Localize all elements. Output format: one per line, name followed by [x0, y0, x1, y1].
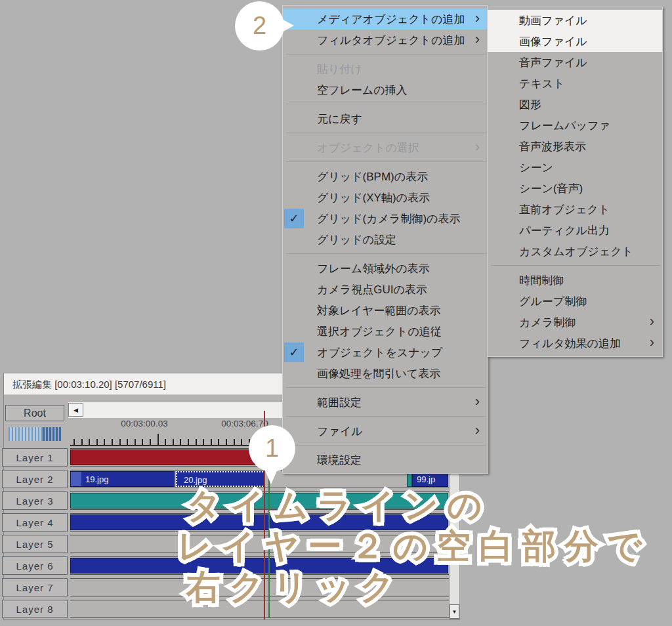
context-menu-item-4[interactable]: 空フレームの挿入: [283, 79, 488, 100]
ruler-tick: [196, 439, 197, 445]
ruler-tick: [74, 439, 75, 445]
context-menu-item-10[interactable]: グリッド(BPM)の表示: [283, 166, 488, 187]
ruler-tick: [119, 439, 121, 445]
submenu-item-14[interactable]: グループ制御: [488, 291, 662, 312]
submenu-item-label: フレームバッファ: [519, 118, 610, 133]
submenu-item-label: 図形: [519, 97, 541, 112]
ruler-tick: [241, 439, 242, 445]
context-menu-item-19[interactable]: ✓オブジェクトをスナップ: [283, 342, 488, 363]
layer-button-5[interactable]: Layer 5: [2, 535, 68, 553]
layer-button-4[interactable]: Layer 4: [2, 513, 68, 532]
ruler-tick: [188, 439, 189, 445]
context-menu-item-26[interactable]: 環境設定: [283, 449, 488, 470]
layer-button-6[interactable]: Layer 6: [2, 556, 68, 575]
context-menu-item-8: オブジェクトの選択›: [283, 137, 488, 158]
submenu-separator: [488, 262, 662, 270]
submenu-item-5[interactable]: フレームバッファ: [488, 115, 662, 136]
ruler-tick: [203, 439, 204, 445]
context-menu-item-label: 元に戻す: [317, 112, 362, 127]
left-arrow-icon: ◀: [74, 407, 78, 413]
submenu-item-15[interactable]: カメラ制御›: [488, 312, 662, 333]
submenu-item-label: 音声ファイル: [519, 55, 587, 70]
layer-button-8[interactable]: Layer 8: [2, 600, 68, 618]
submenu-item-label: 動画ファイル: [519, 13, 587, 28]
submenu-item-7[interactable]: シーン: [488, 157, 662, 178]
submenu-item-8[interactable]: シーン(音声): [488, 178, 662, 199]
submenu-arrow-icon: ›: [475, 11, 480, 26]
submenu-item-label: 画像ファイル: [519, 34, 587, 49]
checkmark-icon: ✓: [284, 343, 304, 362]
submenu-item-label: パーティクル出力: [519, 223, 610, 238]
context-menu-item-24[interactable]: ファイル›: [283, 421, 488, 442]
context-menu-item-22[interactable]: 範囲設定›: [283, 392, 488, 413]
submenu-item-13[interactable]: 時間制御: [488, 270, 662, 291]
context-menu-item-label: 貼り付け: [317, 62, 362, 77]
context-menu-item-label: フレーム領域外の表示: [317, 261, 430, 276]
timecode-label: 00:03:00.03: [92, 419, 197, 429]
context-menu-item-label: カメラ視点GUIの表示: [317, 282, 427, 297]
scroll-down-button[interactable]: ▼: [450, 604, 459, 619]
context-menu-item-label: オブジェクトをスナップ: [317, 345, 442, 360]
submenu-item-6[interactable]: 音声波形表示: [488, 136, 662, 157]
ruler-tick: [96, 439, 98, 445]
context-menu-item-label: オブジェクトの選択: [317, 140, 419, 156]
context-menu-item-3: 貼り付け: [283, 58, 488, 79]
layer-button-7[interactable]: Layer 7: [2, 578, 68, 596]
submenu-item-label: シーン: [519, 160, 553, 175]
audio-level-stripes: [9, 427, 61, 441]
ruler-tick: [135, 439, 136, 445]
submenu-item-label: カメラ制御: [519, 315, 576, 330]
submenu-item-3[interactable]: テキスト: [488, 73, 662, 94]
ruler-tick: [127, 439, 128, 445]
context-menu-item-1[interactable]: フィルタオブジェクトの追加›: [283, 30, 488, 51]
submenu-item-2[interactable]: 音声ファイル: [488, 52, 662, 73]
context-menu-item-13[interactable]: グリッドの設定: [283, 229, 488, 250]
submenu-item-label: 時間制御: [519, 273, 564, 288]
submenu-item-1[interactable]: 画像ファイル: [488, 31, 662, 52]
context-menu-item-0[interactable]: メディアオブジェクトの追加›: [283, 9, 488, 30]
ruler-tick: [104, 439, 105, 445]
context-menu-item-label: 画像処理を間引いて表示: [317, 366, 440, 381]
context-menu-item-15[interactable]: フレーム領域外の表示: [283, 258, 488, 279]
context-menu-item-6[interactable]: 元に戻す: [283, 108, 488, 129]
context-menu-item-17[interactable]: 対象レイヤー範囲の表示: [283, 300, 488, 321]
submenu-arrow-icon: ›: [475, 423, 480, 438]
submenu-arrow-icon: ›: [475, 32, 480, 47]
layer-button-1[interactable]: Layer 1: [2, 448, 68, 467]
context-menu-separator: [283, 100, 488, 108]
submenu-arrow-icon: ›: [650, 335, 654, 350]
step-1-pointer: [264, 468, 278, 484]
ruler-tick: [158, 434, 159, 445]
submenu-item-0[interactable]: 動画ファイル: [488, 10, 662, 31]
context-menu-separator: [283, 384, 488, 392]
tutorial-caption: タイムラインの タイムラインの レイヤー２の空白部分で レイヤー２の空白部分で …: [177, 483, 650, 605]
context-menu-item-11[interactable]: グリッド(XY軸)の表示: [283, 187, 488, 208]
layer-button-3[interactable]: Layer 3: [2, 491, 68, 510]
ruler-tick: [142, 439, 143, 445]
submenu-arrow-icon: ›: [650, 314, 654, 329]
context-menu-item-18[interactable]: 選択オブジェクトの追従: [283, 321, 488, 342]
context-menu-separator: [283, 250, 488, 258]
ruler-tick: [173, 439, 174, 445]
submenu-item-label: フィルタ効果の追加: [519, 336, 621, 351]
step-1-number: 1: [265, 434, 279, 463]
context-menu-item-16[interactable]: カメラ視点GUIの表示: [283, 279, 488, 300]
submenu-item-16[interactable]: フィルタ効果の追加›: [488, 333, 662, 354]
timeline-context-menu: メディアオブジェクトの追加›フィルタオブジェクトの追加›貼り付け空フレームの挿入…: [282, 5, 488, 474]
submenu-item-11[interactable]: カスタムオブジェクト: [488, 241, 662, 262]
submenu-item-10[interactable]: パーティクル出力: [488, 220, 662, 241]
submenu-item-9[interactable]: 直前オブジェクト: [488, 199, 662, 220]
submenu-item-label: シーン(音声): [519, 181, 583, 196]
scroll-left-button[interactable]: ◀: [68, 403, 83, 417]
root-button[interactable]: Root: [5, 405, 64, 421]
layer-button-2[interactable]: Layer 2: [2, 470, 68, 488]
timeline-clip[interactable]: 19.jpg: [70, 471, 175, 487]
context-menu-item-20[interactable]: 画像処理を間引いて表示: [283, 363, 488, 384]
submenu-item-4[interactable]: 図形: [488, 94, 662, 115]
submenu-item-label: グループ制御: [519, 294, 587, 309]
ruler-tick: [112, 439, 113, 445]
caption-line-3-text: 右クリック: [186, 568, 403, 606]
context-menu-item-label: メディアオブジェクトの追加: [317, 12, 465, 27]
context-menu-item-12[interactable]: ✓グリッド(カメラ制御)の表示: [283, 208, 488, 229]
ruler-tick: [81, 439, 83, 445]
